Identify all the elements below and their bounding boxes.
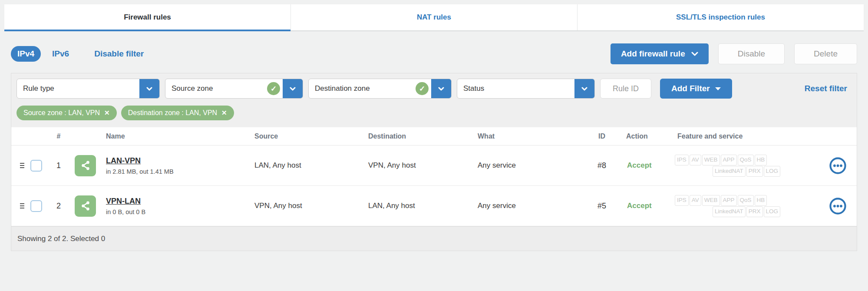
rule-name-link[interactable]: VPN-LAN [106, 197, 141, 206]
chevron-down-icon[interactable] [431, 79, 451, 98]
close-icon[interactable]: ✕ [104, 109, 110, 117]
column-header-what: What [473, 132, 582, 140]
rule-what: Any service [473, 161, 582, 170]
feature-badge: QoS [738, 195, 754, 206]
rule-id-input[interactable] [600, 79, 651, 99]
filter-chip-destination-zone[interactable]: Destination zone : LAN, VPN ✕ [121, 106, 234, 120]
rule-action: Accept [622, 202, 673, 210]
feature-badge: PRX [746, 166, 763, 177]
filter-row: Rule type Source zone ✓ Destination zone… [11, 73, 857, 102]
tab-nat-rules[interactable]: NAT rules [290, 4, 577, 30]
feature-badge: APP [721, 155, 737, 165]
filter-chip-source-zone[interactable]: Source zone : LAN, VPN ✕ [17, 106, 117, 120]
tab-strip: Firewall rules NAT rules SSL/TLS inspect… [4, 4, 864, 31]
chevron-down-icon[interactable] [139, 79, 159, 98]
feature-badges: IPSAVWEBAPPQoSHB LinkedNATPRXLOG [673, 154, 819, 177]
feature-badge: IPS [675, 195, 689, 206]
chevron-down-icon [715, 87, 721, 91]
table-row: 1 LAN-VPN in 2.81 MB, out 1.41 MB LAN, A… [11, 146, 857, 186]
feature-badge: LOG [764, 206, 781, 217]
share-nodes-icon [75, 195, 96, 217]
feature-badge: HB [755, 155, 767, 165]
feature-badge: AV [690, 155, 701, 165]
feature-badge: IPS [675, 155, 689, 165]
ipv4-toggle[interactable]: IPv4 [11, 46, 41, 62]
feature-badge: APP [721, 195, 737, 206]
drag-handle-icon[interactable] [11, 203, 27, 208]
status-dropdown[interactable]: Status [457, 79, 595, 99]
tab-firewall-rules[interactable]: Firewall rules [4, 4, 290, 30]
column-header-source: Source [250, 132, 364, 140]
firewall-rules-panel: Rule type Source zone ✓ Destination zone… [11, 73, 857, 251]
delete-button[interactable]: Delete [794, 43, 857, 64]
add-firewall-rule-label: Add firewall rule [621, 49, 685, 59]
column-header-index: # [48, 132, 69, 140]
destination-zone-dropdown[interactable]: Destination zone ✓ [308, 79, 452, 99]
share-nodes-icon [75, 155, 96, 176]
source-zone-dropdown[interactable]: Source zone ✓ [165, 79, 303, 99]
feature-badge: QoS [738, 155, 754, 165]
drag-handle-icon[interactable] [11, 163, 27, 168]
status-dropdown-label: Status [457, 79, 574, 98]
filter-chip-label: Destination zone : LAN, VPN [128, 109, 217, 117]
table-header-row: # Name Source Destination What ID Action… [11, 127, 857, 146]
rule-traffic: in 0 B, out 0 B [106, 208, 250, 215]
rule-source: LAN, Any host [250, 161, 364, 170]
rule-id: #8 [582, 161, 622, 170]
feature-badge: WEB [702, 155, 720, 165]
rule-what: Any service [473, 202, 582, 210]
rule-source: VPN, Any host [250, 202, 364, 210]
rule-id: #5 [582, 202, 622, 211]
row-checkbox[interactable] [30, 200, 42, 212]
table-body: 1 LAN-VPN in 2.81 MB, out 1.41 MB LAN, A… [11, 146, 857, 226]
close-icon[interactable]: ✕ [221, 109, 227, 117]
add-firewall-rule-button[interactable]: Add firewall rule [611, 43, 709, 64]
disable-button[interactable]: Disable [718, 43, 785, 64]
column-header-name: Name [102, 132, 250, 140]
feature-badge: LOG [764, 166, 781, 177]
rule-destination: LAN, Any host [364, 202, 473, 210]
rule-name-link[interactable]: LAN-VPN [106, 156, 141, 165]
row-checkbox[interactable] [30, 160, 42, 172]
reset-filter-link[interactable]: Reset filter [805, 84, 851, 93]
table-footer-status: Showing 2 of 2. Selected 0 [11, 226, 857, 251]
check-circle-icon: ✓ [267, 82, 280, 95]
rule-action: Accept [622, 161, 673, 170]
tab-ssl-tls-inspection-rules[interactable]: SSL/TLS inspection rules [577, 4, 864, 30]
destination-zone-dropdown-label: Destination zone [309, 79, 416, 98]
chevron-down-icon[interactable] [574, 79, 594, 98]
rule-type-dropdown-label: Rule type [17, 79, 139, 98]
feature-badge: HB [755, 195, 767, 206]
feature-badge: LinkedNAT [713, 206, 746, 217]
rule-type-dropdown[interactable]: Rule type [17, 79, 160, 99]
chevron-down-icon [691, 52, 698, 56]
rule-destination: VPN, Any host [364, 161, 473, 170]
row-menu-ellipsis-icon[interactable] [829, 157, 847, 175]
ipv6-toggle[interactable]: IPv6 [52, 49, 69, 59]
disable-filter-link[interactable]: Disable filter [94, 49, 144, 59]
column-header-destination: Destination [364, 132, 473, 140]
source-zone-dropdown-label: Source zone [165, 79, 267, 98]
column-header-feature-and-service: Feature and service [673, 132, 819, 140]
column-header-id: ID [582, 132, 622, 140]
row-menu-ellipsis-icon[interactable] [829, 197, 847, 215]
rule-traffic: in 2.81 MB, out 1.41 MB [106, 168, 250, 175]
add-filter-label: Add Filter [671, 84, 710, 93]
feature-badges: IPSAVWEBAPPQoSHB LinkedNATPRXLOG [673, 195, 819, 217]
feature-badge: WEB [702, 195, 720, 206]
feature-badge: PRX [746, 206, 763, 217]
check-circle-icon: ✓ [416, 82, 429, 95]
add-filter-button[interactable]: Add Filter [660, 79, 732, 99]
row-index: 1 [48, 161, 69, 170]
toolbar: IPv4 IPv6 Disable filter Add firewall ru… [0, 43, 868, 64]
row-index: 2 [48, 202, 69, 211]
feature-badge: AV [690, 195, 701, 206]
feature-badge: LinkedNAT [713, 166, 746, 177]
chevron-down-icon[interactable] [283, 79, 303, 98]
filter-chip-label: Source zone : LAN, VPN [23, 109, 100, 117]
column-header-action: Action [622, 132, 673, 140]
table-row: 2 VPN-LAN in 0 B, out 0 B VPN, Any host [11, 186, 857, 226]
active-filter-chips: Source zone : LAN, VPN ✕ Destination zon… [11, 102, 857, 127]
